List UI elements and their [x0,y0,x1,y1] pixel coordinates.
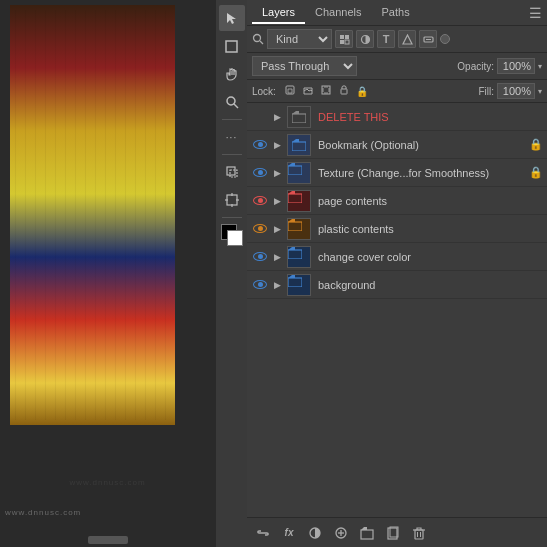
svg-rect-13 [345,35,349,39]
background-color[interactable] [227,230,243,246]
lock-position-icon[interactable] [338,84,350,98]
layers-panel: Kind T [247,26,547,547]
eye-icon [253,280,267,289]
layer-visibility-toggle[interactable] [251,108,269,126]
layer-expand-arrow[interactable]: ▶ [271,223,283,235]
layer-row[interactable]: ▶ DELETE THIS [247,103,547,131]
filter-row: Kind T [247,26,547,53]
canvas-area: www.dnnusc.com www.dnnusc.com [0,0,215,547]
svg-rect-25 [288,194,302,203]
layer-row[interactable]: ▶ Bookmark (Optional) 🔒 [247,131,547,159]
svg-rect-14 [340,40,344,44]
link-layers-button[interactable] [253,523,273,543]
opacity-arrow[interactable]: ▾ [538,62,542,71]
svg-rect-24 [288,166,302,175]
tab-paths[interactable]: Paths [372,2,420,24]
color-box[interactable] [221,224,243,246]
layer-thumbnail [287,106,311,128]
eye-icon [253,196,267,205]
new-layer-button[interactable] [383,523,403,543]
layer-visibility-toggle[interactable] [251,164,269,182]
selection-tool[interactable] [219,5,245,31]
delete-layer-button[interactable] [409,523,429,543]
layer-row[interactable]: ▶ Texture (Change...for Smoothness) 🔒 [247,159,547,187]
lock-all-icon[interactable]: 🔒 [356,86,368,97]
lock-label: Lock: [252,86,276,97]
tab-channels[interactable]: Channels [305,2,371,24]
layer-style-button[interactable]: fx [279,523,299,543]
opacity-row: Opacity: 100% ▾ [457,58,542,74]
layer-visibility-toggle[interactable] [251,248,269,266]
layer-thumbnail [287,246,311,268]
tool-separator-2 [222,154,242,155]
smart-filter-icon[interactable] [419,30,437,48]
right-panel: Layers Channels Paths ☰ Kind [247,0,547,547]
layer-row[interactable]: ▶ background [247,271,547,299]
svg-rect-12 [340,35,344,39]
svg-line-2 [234,104,238,108]
layer-visibility-toggle[interactable] [251,276,269,294]
filter-kind-select[interactable]: Kind [267,29,332,49]
zoom-tool[interactable] [219,89,245,115]
opacity-value[interactable]: 100% [497,58,535,74]
layer-lock-icon: 🔒 [529,166,543,179]
layer-visibility-toggle[interactable] [251,136,269,154]
add-mask-button[interactable] [305,523,325,543]
svg-rect-37 [415,530,423,539]
lock-transparent-icon[interactable] [284,84,296,98]
panel-menu-icon[interactable]: ☰ [529,5,542,21]
layer-thumbnail [287,190,311,212]
svg-rect-23 [292,142,306,151]
layer-expand-arrow[interactable]: ▶ [271,167,283,179]
layer-expand-arrow[interactable]: ▶ [271,139,283,151]
layer-visibility-toggle[interactable] [251,220,269,238]
layer-expand-arrow[interactable]: ▶ [271,279,283,291]
svg-rect-15 [345,40,349,44]
search-icon [252,33,264,45]
svg-rect-3 [227,167,235,175]
layer-expand-arrow[interactable]: ▶ [271,195,283,207]
panel-tabs: Layers Channels Paths ☰ [247,0,547,26]
svg-line-11 [260,41,263,44]
layer-row[interactable]: ▶ plastic contents [247,215,547,243]
adjustment-filter-icon[interactable] [356,30,374,48]
lock-row: Lock: 🔒 Fill: 100% ▾ [247,80,547,103]
layer-expand-arrow[interactable]: ▶ [271,251,283,263]
new-group-button[interactable] [357,523,377,543]
layer-expand-arrow[interactable]: ▶ [271,111,283,123]
tool-separator-1 [222,119,242,120]
layer-visibility-toggle[interactable] [251,192,269,210]
blend-mode-select[interactable]: Pass Through [252,56,357,76]
svg-rect-26 [288,222,302,231]
canvas-image [10,5,175,425]
svg-rect-28 [288,278,302,287]
layer-lock-icon: 🔒 [529,138,543,151]
lock-image-icon[interactable] [302,84,314,98]
filter-toggle-dot[interactable] [440,34,450,44]
layer-name: plastic contents [315,223,543,235]
layer-thumbnail [287,162,311,184]
rectangle-tool[interactable] [219,33,245,59]
fill-row: Fill: 100% ▾ [478,83,542,99]
svg-rect-20 [322,86,330,94]
transform-tool[interactable] [219,159,245,185]
filter-icons: T [335,30,450,48]
pixel-filter-icon[interactable] [335,30,353,48]
fill-arrow[interactable]: ▾ [538,87,542,96]
shape-filter-icon[interactable] [398,30,416,48]
type-filter-icon[interactable]: T [377,30,395,48]
eye-icon [253,168,267,177]
hand-tool[interactable] [219,61,245,87]
layer-thumbnail [287,274,311,296]
opacity-label: Opacity: [457,61,494,72]
layer-row[interactable]: ▶ change cover color [247,243,547,271]
new-fill-layer-button[interactable] [331,523,351,543]
blend-mode-row: Pass Through Opacity: 100% ▾ [247,53,547,80]
artboard-tool[interactable] [219,187,245,213]
fill-value[interactable]: 100% [497,83,535,99]
lock-artboard-icon[interactable] [320,84,332,98]
more-tools[interactable]: ··· [219,124,245,150]
tab-layers[interactable]: Layers [252,2,305,24]
eye-icon [253,252,267,261]
layer-row[interactable]: ▶ page contents [247,187,547,215]
